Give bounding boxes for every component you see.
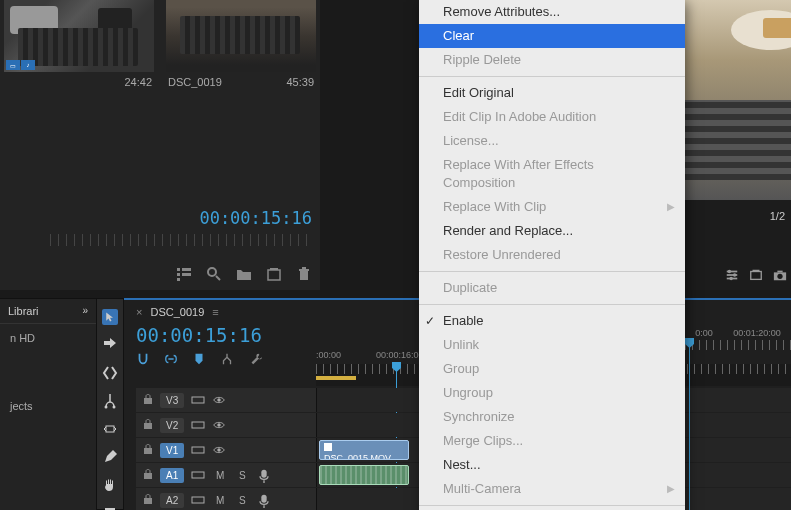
svg-rect-32 [144, 448, 152, 454]
svg-point-15 [728, 270, 732, 274]
svg-rect-39 [192, 497, 204, 503]
menu-item: Merge Clips... [419, 429, 685, 453]
track-select-tool-icon[interactable] [102, 337, 118, 353]
razor-tool-icon[interactable] [102, 393, 118, 409]
svg-point-17 [729, 277, 733, 281]
export-frame-icon[interactable] [749, 268, 763, 282]
hand-tool-icon[interactable] [102, 477, 118, 493]
pen-tool-icon[interactable] [102, 449, 118, 465]
lock-icon[interactable] [142, 466, 154, 484]
settings-icon[interactable] [725, 268, 739, 282]
project-thumb[interactable]: ▭ ♪ 24:42 [4, 0, 154, 92]
track-label[interactable]: A2 [160, 493, 184, 508]
toggle-output-icon[interactable] [212, 392, 226, 408]
menu-separator [419, 76, 685, 77]
video-clip[interactable]: DSC_0015.MOV [319, 440, 409, 460]
audio-badge-icon: ♪ [21, 60, 35, 70]
sequence-name[interactable]: DSC_0019 [150, 306, 204, 318]
track-label[interactable]: A1 [160, 468, 184, 483]
menu-item[interactable]: Nest... [419, 453, 685, 477]
menu-item-label: Nest... [443, 457, 481, 472]
lock-icon[interactable] [142, 491, 154, 509]
voiceover-icon[interactable] [256, 492, 272, 508]
slip-tool-icon[interactable] [102, 421, 118, 437]
lock-icon[interactable] [142, 441, 154, 459]
add-marker-icon[interactable] [192, 352, 206, 366]
program-ruler[interactable]: 0:00 00:01:20:00 [685, 328, 791, 352]
menu-item-label: License... [443, 133, 499, 148]
zoom-level[interactable]: 1/2 [770, 210, 785, 222]
ripple-edit-tool-icon[interactable] [102, 365, 118, 381]
mute-toggle[interactable]: M [212, 492, 228, 508]
camera-icon[interactable] [773, 268, 787, 282]
menu-separator [419, 271, 685, 272]
lock-icon[interactable] [142, 391, 154, 409]
menu-item[interactable]: ✓Enable [419, 309, 685, 333]
timeline-settings-icon[interactable] [220, 352, 234, 366]
audio-clip[interactable] [319, 465, 409, 485]
video-badge-icon: ▭ [6, 60, 20, 70]
track-label[interactable]: V2 [160, 418, 184, 433]
svg-point-24 [113, 406, 116, 409]
menu-item: Ungroup [419, 381, 685, 405]
close-sequence-icon[interactable]: × [136, 306, 142, 318]
lock-icon[interactable] [142, 416, 154, 434]
menu-item-label: Synchronize [443, 409, 515, 424]
expand-icon[interactable]: » [82, 305, 88, 317]
source-patch-icon[interactable] [190, 492, 206, 508]
toggle-output-icon[interactable] [212, 442, 226, 458]
mute-toggle[interactable]: M [212, 467, 228, 483]
menu-item-label: Unlink [443, 337, 479, 352]
sequence-menu-icon[interactable]: ≡ [212, 306, 219, 318]
source-patch-icon[interactable] [190, 442, 206, 458]
library-item[interactable]: jects [0, 392, 96, 420]
playhead[interactable] [689, 338, 690, 510]
track-label[interactable]: V3 [160, 393, 184, 408]
svg-rect-9 [300, 271, 308, 280]
svg-rect-30 [192, 422, 204, 428]
svg-rect-38 [144, 498, 152, 504]
menu-item-label: Duplicate [443, 280, 497, 295]
svg-point-21 [777, 274, 782, 279]
wrench-icon[interactable] [248, 352, 262, 366]
solo-toggle[interactable]: S [234, 492, 250, 508]
svg-rect-1 [182, 268, 191, 271]
trash-icon[interactable] [296, 266, 312, 282]
svg-rect-35 [144, 473, 152, 479]
track-label[interactable]: V1 [160, 443, 184, 458]
menu-item[interactable]: Render and Replace... [419, 219, 685, 243]
source-patch-icon[interactable] [190, 392, 206, 408]
svg-rect-26 [144, 398, 152, 404]
source-patch-icon[interactable] [190, 467, 206, 483]
menu-item: Restore Unrendered [419, 243, 685, 267]
source-patch-icon[interactable] [190, 417, 206, 433]
library-item[interactable]: n HD [0, 324, 96, 352]
thumb-name: DSC_0019 [168, 76, 222, 88]
fx-badge-icon [324, 443, 332, 451]
solo-toggle[interactable]: S [234, 467, 250, 483]
project-thumb[interactable]: DSC_0019 45:39 [166, 0, 316, 92]
menu-item[interactable]: Clear [419, 24, 685, 48]
search-icon[interactable] [206, 266, 222, 282]
source-scrubber[interactable] [50, 234, 312, 246]
type-tool-icon[interactable] [102, 505, 118, 510]
new-item-icon[interactable] [266, 266, 282, 282]
svg-point-5 [208, 268, 216, 276]
svg-rect-3 [182, 273, 191, 276]
project-panel: ▭ ♪ 24:42 DSC_0019 45:39 00:00:15:16 [0, 0, 320, 290]
svg-rect-37 [262, 470, 267, 478]
list-view-icon[interactable] [176, 266, 192, 282]
toggle-output-icon[interactable] [212, 417, 226, 433]
menu-item-label: Merge Clips... [443, 433, 523, 448]
voiceover-icon[interactable] [256, 467, 272, 483]
selection-tool-icon[interactable] [102, 309, 118, 325]
menu-item-label: Edit Original [443, 85, 514, 100]
linked-selection-icon[interactable] [164, 352, 178, 366]
libraries-tab[interactable]: Librari » [0, 299, 96, 324]
menu-item[interactable]: Edit Original [419, 81, 685, 105]
menu-item[interactable]: Remove Attributes... [419, 0, 685, 24]
menu-item-label: Replace With Clip [443, 199, 546, 214]
new-bin-icon[interactable] [236, 266, 252, 282]
svg-rect-40 [262, 495, 267, 503]
snap-icon[interactable] [136, 352, 150, 366]
